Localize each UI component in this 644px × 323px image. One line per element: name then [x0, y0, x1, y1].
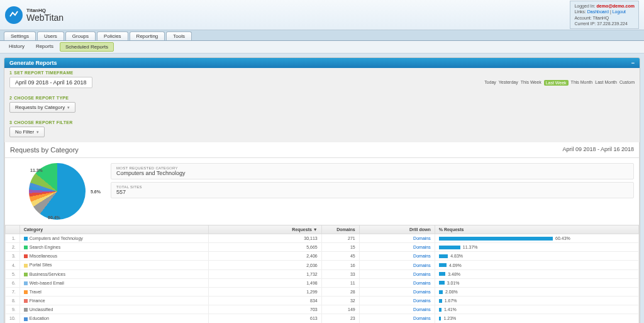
tab-reporting[interactable]: Reporting [130, 31, 165, 40]
row-domains: 11 [321, 278, 359, 287]
pie-label-2: 5.6% [91, 190, 101, 194]
ip-value: 37.228.239.224 [597, 21, 628, 26]
report-type-dropdown[interactable]: Requests by Category [9, 102, 75, 113]
row-index: 2. [6, 243, 20, 252]
row-category: Web-based Email [19, 278, 208, 287]
pie-label-1: 11.3% [30, 168, 43, 173]
row-requests: 613 [208, 314, 321, 323]
category-table: Category Requests ▼ Domains Drill down %… [5, 225, 639, 323]
row-pct: 1.67% [435, 297, 638, 305]
dashboard-link[interactable]: Dashboard [587, 9, 609, 14]
drill-link[interactable]: Domains [413, 290, 431, 294]
sub-tab-reports[interactable]: Reports [31, 42, 58, 52]
table-row: 8.Finance83432Domains1.67% [6, 297, 639, 305]
drill-link[interactable]: Domains [413, 272, 431, 276]
report-type-value: Requests by Category [15, 105, 65, 110]
timeframe-value[interactable]: April 09 2018 - April 16 2018 [9, 77, 92, 88]
step3-label: Choose Report Filter [14, 120, 72, 125]
row-domains: 28 [321, 287, 359, 296]
range-custom[interactable]: Custom [619, 80, 635, 86]
report-panel: Generate Reports − 1Set Report Timeframe… [4, 57, 640, 323]
user-info-box: Logged In: demo@demo.com Links: Dashboar… [570, 1, 639, 28]
range-yesterday[interactable]: Yesterday [499, 80, 518, 86]
range-this-week[interactable]: This Week [521, 80, 541, 86]
row-pct: 4.09% [435, 261, 638, 269]
row-category: Education [19, 314, 208, 323]
row-category: Miscellaneous [19, 252, 208, 261]
drill-link[interactable]: Domains [413, 236, 431, 241]
row-index: 10. [6, 314, 20, 323]
row-requests: 1,498 [208, 278, 321, 287]
tab-users[interactable]: Users [37, 31, 64, 40]
row-pct: 60.43% [435, 234, 638, 243]
report-filter-dropdown[interactable]: No Filter [9, 127, 45, 137]
user-name-link[interactable]: demo@demo.com [596, 4, 635, 8]
col-drilldown[interactable]: Drill down [359, 225, 435, 234]
report-date-range: April 09 2018 - April 16 2018 [562, 146, 634, 154]
tab-groups[interactable]: Groups [65, 31, 96, 40]
account-label: Account: [574, 16, 591, 20]
logo-icon [5, 6, 23, 24]
most-requested-card: Most Requested Category Computers and Te… [111, 163, 634, 179]
logout-link[interactable]: Logout [613, 9, 626, 14]
drill-link[interactable]: Domains [413, 245, 431, 249]
col-category[interactable]: Category [19, 225, 208, 234]
tab-policies[interactable]: Policies [97, 31, 128, 40]
col-pct[interactable]: % Requests [435, 225, 638, 234]
row-index: 3. [6, 252, 20, 261]
row-domains: 16 [321, 261, 359, 269]
row-domains: 32 [321, 297, 359, 305]
row-requests: 5,665 [208, 243, 321, 252]
table-row: 10.Education61323Domains1.23% [6, 314, 639, 323]
range-this-month[interactable]: This Month [571, 80, 593, 86]
row-domains: 45 [321, 252, 359, 261]
minimize-icon[interactable]: − [631, 60, 635, 66]
sub-tab-bar: History Reports Scheduled Reports [0, 41, 644, 54]
row-domains: 23 [321, 314, 359, 323]
drill-link[interactable]: Domains [413, 263, 431, 268]
sub-tab-scheduled[interactable]: Scheduled Reports [60, 42, 114, 52]
range-today[interactable]: Today [484, 80, 496, 86]
row-index: 5. [6, 269, 20, 278]
brand-main: WebTitan [26, 13, 64, 22]
tab-tools[interactable]: Tools [166, 31, 192, 40]
row-pct: 11.37% [435, 243, 638, 252]
col-domains[interactable]: Domains [321, 225, 359, 234]
row-requests: 30,113 [208, 234, 321, 243]
drill-link[interactable]: Domains [413, 316, 431, 320]
row-pct: 3.01% [435, 278, 638, 287]
row-pct: 1.41% [435, 305, 638, 314]
drill-link[interactable]: Domains [413, 298, 431, 303]
report-title: Requests by Category [10, 146, 79, 154]
row-category: Unclassified [19, 305, 208, 314]
quick-range-picker: Today Yesterday This Week Last Week This… [484, 80, 635, 86]
table-row: 7.Travel1,29928Domains2.08% [6, 287, 639, 296]
row-domains: 33 [321, 269, 359, 278]
tab-settings[interactable]: Settings [4, 31, 36, 40]
pie-label-3: 60.4% [48, 215, 60, 220]
links-label: Links: [574, 9, 586, 14]
row-requests: 703 [208, 305, 321, 314]
row-requests: 1,732 [208, 269, 321, 278]
row-index: 9. [6, 305, 20, 314]
most-requested-value: Computers and Technology [116, 170, 628, 176]
total-sites-value: 557 [116, 189, 628, 195]
row-requests: 2,036 [208, 261, 321, 269]
row-category: Computers and Technology [19, 234, 208, 243]
brand-logo: TitanHQ WebTitan [5, 6, 64, 24]
table-row: 3.Miscellaneous2,40645Domains4.83% [6, 252, 639, 261]
range-last-month[interactable]: Last Month [595, 80, 617, 86]
range-last-week[interactable]: Last Week [544, 80, 569, 86]
row-category: Finance [19, 297, 208, 305]
table-row: 2.Search Engines5,66515Domains11.37% [6, 243, 639, 252]
row-category: Business/Services [19, 269, 208, 278]
drill-link[interactable]: Domains [413, 254, 431, 258]
panel-header: Generate Reports − [4, 58, 640, 68]
row-index: 8. [6, 297, 20, 305]
drill-link[interactable]: Domains [413, 281, 431, 285]
row-requests: 1,299 [208, 287, 321, 296]
row-domains: 149 [321, 305, 359, 314]
col-requests[interactable]: Requests ▼ [208, 225, 321, 234]
drill-link[interactable]: Domains [413, 307, 431, 312]
sub-tab-history[interactable]: History [4, 42, 30, 52]
